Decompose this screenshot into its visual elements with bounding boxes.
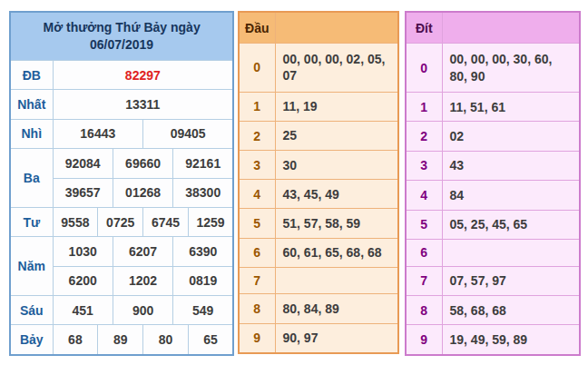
dau-row-4: 443, 45, 49 xyxy=(239,180,398,209)
prize-value: 549 xyxy=(173,296,233,325)
numbers-cell: 02 xyxy=(442,122,580,151)
special-prize-value: 82297 xyxy=(53,61,233,90)
prize-value: 13311 xyxy=(53,90,233,119)
prize-value: 900 xyxy=(113,296,172,325)
dit-header-spacer xyxy=(442,12,580,44)
numbers-cell: 11, 19 xyxy=(275,92,398,121)
digit-cell: 7 xyxy=(406,266,442,295)
results-title-line1: Mở thưởng Thứ Bảy ngày xyxy=(13,19,230,36)
prize-value: 6207 xyxy=(113,237,172,266)
prize-row-bay: Bảy 68 89 80 65 xyxy=(10,325,233,355)
prize-value: 65 xyxy=(188,325,233,355)
numbers-cell: 00, 00, 00, 02, 05, 07 xyxy=(275,44,398,93)
dau-header-spacer xyxy=(275,12,398,44)
dit-header-label: Đít xyxy=(406,12,442,44)
digit-cell: 9 xyxy=(406,325,442,355)
numbers-cell: 00, 00, 00, 30, 60, 80, 90 xyxy=(442,44,580,93)
numbers-cell: 84 xyxy=(442,181,580,210)
dau-row-9: 990, 97 xyxy=(239,323,398,353)
prize-label: Năm xyxy=(10,237,53,296)
numbers-cell: 19, 49, 59, 89 xyxy=(442,325,580,355)
digit-cell: 5 xyxy=(239,209,275,238)
prize-value: 1202 xyxy=(113,266,172,295)
digit-cell: 3 xyxy=(239,151,275,180)
digit-cell: 1 xyxy=(239,92,275,121)
digit-cell: 0 xyxy=(239,44,275,93)
numbers-cell xyxy=(442,239,580,266)
dau-row-6: 660, 61, 65, 68, 68 xyxy=(239,238,398,267)
digit-cell: 1 xyxy=(406,93,442,122)
numbers-cell: 90, 97 xyxy=(275,323,398,353)
prize-label: Nhì xyxy=(10,119,53,148)
numbers-cell: 25 xyxy=(275,121,398,150)
prize-value: 01268 xyxy=(113,178,172,207)
prize-value: 69660 xyxy=(113,149,172,178)
results-title-row: Mở thưởng Thứ Bảy ngày 06/07/2019 xyxy=(10,12,233,61)
numbers-cell: 30 xyxy=(275,151,398,180)
prize-value: 0725 xyxy=(98,207,143,236)
digit-cell: 8 xyxy=(406,296,442,325)
results-title: Mở thưởng Thứ Bảy ngày 06/07/2019 xyxy=(10,12,233,61)
lottery-results-page: Mở thưởng Thứ Bảy ngày 06/07/2019 ĐB 822… xyxy=(0,0,588,365)
dau-row-0: 000, 00, 00, 02, 05, 07 xyxy=(239,44,398,93)
numbers-cell: 07, 57, 97 xyxy=(442,266,580,295)
numbers-cell: 51, 57, 58, 59 xyxy=(275,209,398,238)
digit-cell: 3 xyxy=(406,151,442,180)
prize-value: 9558 xyxy=(53,207,98,236)
numbers-cell: 58, 68, 68 xyxy=(442,296,580,325)
prize-value: 09405 xyxy=(143,119,234,148)
digit-cell: 7 xyxy=(239,267,275,294)
dau-row-2: 225 xyxy=(239,121,398,150)
digit-cell: 4 xyxy=(239,180,275,209)
dit-row-9: 919, 49, 59, 89 xyxy=(406,325,580,355)
results-title-line2: 06/07/2019 xyxy=(13,36,230,54)
prize-label: Ba xyxy=(10,149,53,208)
digit-cell: 8 xyxy=(239,294,275,323)
prize-row-tu: Tư 9558 0725 6745 1259 xyxy=(10,207,233,236)
prize-label: Nhất xyxy=(10,90,53,119)
dit-row-6: 6 xyxy=(406,239,580,266)
digit-cell: 6 xyxy=(406,239,442,266)
prize-value: 0819 xyxy=(173,266,233,295)
prize-label: Bảy xyxy=(10,325,53,355)
prize-value: 6390 xyxy=(173,237,233,266)
digit-cell: 4 xyxy=(406,181,442,210)
prize-label: Tư xyxy=(10,207,53,236)
dit-row-4: 484 xyxy=(406,181,580,210)
digit-cell: 9 xyxy=(239,323,275,353)
prize-row-db: ĐB 82297 xyxy=(10,61,233,90)
digit-cell: 2 xyxy=(239,121,275,150)
numbers-cell xyxy=(275,267,398,294)
prize-row-nam-1: Năm 1030 6207 6390 xyxy=(10,237,233,266)
prize-value: 6200 xyxy=(53,266,113,295)
prize-label: Sáu xyxy=(10,296,53,325)
numbers-cell: 80, 84, 89 xyxy=(275,294,398,323)
prize-value: 68 xyxy=(53,325,98,355)
dau-table: Đầu 000, 00, 00, 02, 05, 07 111, 19 225 … xyxy=(238,11,399,354)
dit-header-row: Đít xyxy=(406,12,580,44)
prize-row-sau: Sáu 451 900 549 xyxy=(10,296,233,325)
prize-row-nhat: Nhất 13311 xyxy=(10,90,233,119)
numbers-cell: 43 xyxy=(442,151,580,180)
prize-value: 39657 xyxy=(53,178,113,207)
dit-row-5: 505, 25, 45, 65 xyxy=(406,210,580,239)
prize-value: 451 xyxy=(53,296,113,325)
dau-row-8: 880, 84, 89 xyxy=(239,294,398,323)
digit-cell: 2 xyxy=(406,122,442,151)
prize-row-nhi: Nhì 16443 09405 xyxy=(10,119,233,148)
dau-row-7: 7 xyxy=(239,267,398,294)
prize-value: 38300 xyxy=(173,178,233,207)
prize-row-ba-1: Ba 92084 69660 92161 xyxy=(10,149,233,178)
prize-value: 92084 xyxy=(53,149,113,178)
dau-header-row: Đầu xyxy=(239,12,398,44)
prize-value: 1030 xyxy=(53,237,113,266)
results-table: Mở thưởng Thứ Bảy ngày 06/07/2019 ĐB 822… xyxy=(9,11,234,356)
prize-value: 80 xyxy=(143,325,189,355)
dau-header-label: Đầu xyxy=(239,12,275,44)
prize-value: 16443 xyxy=(53,119,143,148)
prize-label: ĐB xyxy=(10,61,53,90)
dit-row-1: 111, 51, 61 xyxy=(406,93,580,122)
dit-table: Đít 000, 00, 00, 30, 60, 80, 90 111, 51,… xyxy=(405,11,581,356)
dau-row-5: 551, 57, 58, 59 xyxy=(239,209,398,238)
digit-cell: 5 xyxy=(406,210,442,239)
